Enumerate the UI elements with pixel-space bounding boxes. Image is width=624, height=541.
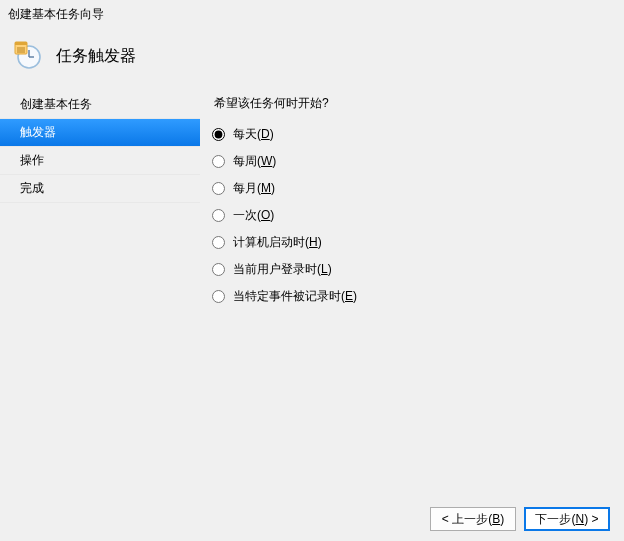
trigger-radio-o[interactable]	[212, 209, 225, 222]
trigger-option-h[interactable]: 计算机启动时(H)	[212, 234, 614, 251]
trigger-option-o[interactable]: 一次(O)	[212, 207, 614, 224]
trigger-radio-e[interactable]	[212, 290, 225, 303]
wizard-header: 任务触发器	[0, 23, 624, 91]
back-button[interactable]: < 上一步(B)	[430, 507, 516, 531]
trigger-option-m[interactable]: 每月(M)	[212, 180, 614, 197]
trigger-option-label: 每月(M)	[233, 180, 275, 197]
trigger-prompt: 希望该任务何时开始?	[210, 95, 614, 112]
trigger-radio-w[interactable]	[212, 155, 225, 168]
trigger-option-label: 每天(D)	[233, 126, 274, 143]
trigger-radio-l[interactable]	[212, 263, 225, 276]
trigger-option-label: 每周(W)	[233, 153, 276, 170]
trigger-radio-m[interactable]	[212, 182, 225, 195]
sidebar-step-3[interactable]: 完成	[0, 175, 200, 203]
trigger-option-l[interactable]: 当前用户登录时(L)	[212, 261, 614, 278]
trigger-radio-d[interactable]	[212, 128, 225, 141]
window-title: 创建基本任务向导	[0, 0, 624, 23]
wizard-body: 创建基本任务触发器操作完成 希望该任务何时开始? 每天(D)每周(W)每月(M)…	[0, 91, 624, 471]
trigger-option-label: 当前用户登录时(L)	[233, 261, 332, 278]
task-scheduler-icon	[14, 41, 44, 71]
trigger-option-e[interactable]: 当特定事件被记录时(E)	[212, 288, 614, 305]
wizard-footer: < 上一步(B) 下一步(N) >	[430, 507, 610, 531]
wizard-sidebar: 创建基本任务触发器操作完成	[0, 91, 200, 471]
trigger-option-w[interactable]: 每周(W)	[212, 153, 614, 170]
trigger-option-label: 一次(O)	[233, 207, 274, 224]
page-title: 任务触发器	[56, 46, 136, 67]
wizard-window: 创建基本任务向导 任务触发器 创建基本任务触发器操作完成 希望该任务何时开始? …	[0, 0, 624, 541]
trigger-option-label: 计算机启动时(H)	[233, 234, 322, 251]
wizard-main: 希望该任务何时开始? 每天(D)每周(W)每月(M)一次(O)计算机启动时(H)…	[200, 91, 624, 471]
sidebar-step-2[interactable]: 操作	[0, 147, 200, 175]
trigger-options: 每天(D)每周(W)每月(M)一次(O)计算机启动时(H)当前用户登录时(L)当…	[210, 126, 614, 305]
sidebar-step-0[interactable]: 创建基本任务	[0, 91, 200, 119]
trigger-radio-h[interactable]	[212, 236, 225, 249]
next-button[interactable]: 下一步(N) >	[524, 507, 610, 531]
trigger-option-label: 当特定事件被记录时(E)	[233, 288, 357, 305]
svg-rect-4	[15, 42, 27, 45]
sidebar-step-1[interactable]: 触发器	[0, 119, 200, 147]
trigger-option-d[interactable]: 每天(D)	[212, 126, 614, 143]
